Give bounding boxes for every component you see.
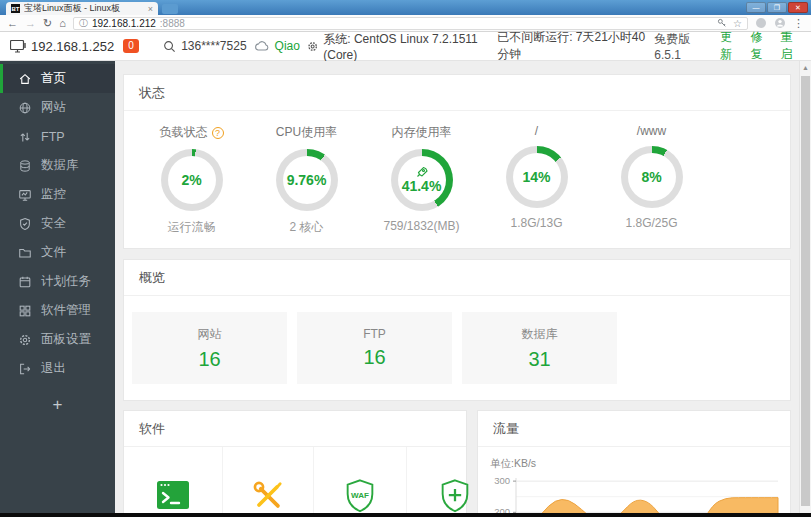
gauge-memory[interactable]: 内存使用率 41.4% 759/1832(MB)	[364, 124, 479, 236]
overview-label: 网站	[198, 326, 222, 343]
system-label: 系统: CentOS Linux 7.2.1511 (Core)	[323, 31, 490, 62]
new-tab-button[interactable]	[162, 4, 178, 14]
tools-icon	[249, 478, 287, 514]
sidebar-label: 监控	[41, 186, 66, 203]
sidebar-item-security[interactable]: 安全	[0, 209, 115, 238]
software-ssh-terminal[interactable]: 宝塔SSH终端1.0	[124, 447, 223, 517]
software-nginx-waf[interactable]: WAF Nginx防火墙2.4	[314, 447, 407, 517]
software-card-title: 软件	[124, 411, 466, 447]
url-input[interactable]: ⓘ 192.168.1.212 :8888 ☆	[73, 17, 748, 30]
page-info-icon[interactable]: ⓘ	[79, 17, 88, 30]
extension-icon[interactable]	[755, 17, 767, 29]
forward-icon[interactable]: →	[25, 18, 36, 29]
overview-ftp[interactable]: FTP 16	[297, 312, 452, 384]
uptime-info: 已不间断运行: 7天21小时40分钟	[497, 29, 647, 63]
sidebar-item-settings[interactable]: 面板设置	[0, 325, 115, 354]
message-count-badge[interactable]: 0	[123, 39, 139, 53]
sidebar-label: 安全	[41, 215, 66, 232]
sidebar-add-button[interactable]: +	[0, 395, 115, 415]
scrollbar-thumb[interactable]	[801, 76, 810, 506]
traffic-card: 流量 单位:KB/s 100200300	[477, 410, 791, 517]
app-grid-icon	[18, 304, 32, 318]
sidebar-item-ftp[interactable]: FTP	[0, 122, 115, 151]
gauge-caption: 759/1832(MB)	[383, 219, 459, 233]
back-icon[interactable]: ←	[7, 18, 18, 29]
sidebar-item-cron[interactable]: 计划任务	[0, 267, 115, 296]
gauge-label: 负载状态	[160, 124, 208, 141]
overview-count: 16	[363, 346, 385, 369]
load-donut: 2%	[161, 149, 223, 211]
gauge-value: 2%	[181, 172, 201, 188]
help-icon[interactable]: ?	[212, 127, 224, 139]
scrollbar-up-icon[interactable]: ▲	[800, 61, 811, 71]
sidebar-item-database[interactable]: 数据库	[0, 151, 115, 180]
key-icon[interactable]	[717, 18, 727, 28]
window-close-button[interactable]: ✕	[788, 2, 808, 13]
window-bottom-edge	[0, 513, 811, 517]
account-phone-label: 136****7525	[181, 39, 246, 53]
sidebar-item-files[interactable]: 文件	[0, 238, 115, 267]
update-link[interactable]: 更新	[720, 29, 740, 63]
screen: BT 宝塔Linux面板 - Linux板 × — ❐ ✕ ← → ↻ ⌂ ⓘ …	[0, 0, 811, 517]
gear-icon	[307, 40, 318, 53]
gauge-cpu[interactable]: CPU使用率 9.76% 2 核心	[249, 124, 364, 236]
svg-text:300: 300	[494, 475, 510, 486]
overview-websites[interactable]: 网站 16	[132, 312, 287, 384]
overview-count: 16	[198, 348, 220, 371]
sidebar-label: 网站	[41, 99, 66, 116]
gauge-value: 9.76%	[287, 172, 327, 188]
cloud-account[interactable]: Qiao	[254, 39, 300, 53]
server-ip-group[interactable]: 192.168.1.252 0	[10, 39, 139, 54]
home-nav-icon	[18, 72, 32, 86]
gauge-value: 14%	[522, 169, 550, 185]
gauge-caption: 1.8G/13G	[510, 216, 562, 230]
status-card: 状态 负载状态? 2% 运行流畅 CPU使用率 9.76% 2 核心 内存使用率	[123, 74, 791, 249]
browser-menu-icon[interactable]: ⋮	[793, 18, 804, 29]
overview-label: 数据库	[522, 326, 558, 343]
sidebar-label: 面板设置	[41, 331, 91, 348]
monitor-nav-icon	[18, 188, 32, 202]
shield-plus-icon	[436, 477, 474, 515]
browser-tab[interactable]: BT 宝塔Linux面板 - Linux板 ×	[6, 2, 158, 15]
cloud-name-label: Qiao	[275, 39, 300, 53]
sidebar-item-websites[interactable]: 网站	[0, 93, 115, 122]
sidebar-label: 软件管理	[41, 302, 91, 319]
gauge-caption: 运行流畅	[168, 219, 216, 236]
sidebar-label: FTP	[41, 130, 65, 144]
rocket-icon[interactable]	[416, 166, 428, 178]
home-icon[interactable]: ⌂	[59, 18, 66, 29]
traffic-card-title: 流量	[478, 411, 790, 447]
url-port: :8888	[160, 18, 185, 29]
sidebar-label: 退出	[41, 360, 66, 377]
tab-close-icon[interactable]: ×	[148, 4, 153, 14]
status-card-title: 状态	[124, 75, 790, 111]
gauge-disk-root[interactable]: / 14% 1.8G/13G	[479, 124, 594, 236]
globe-icon	[18, 101, 32, 115]
restart-link[interactable]: 重启	[781, 29, 801, 63]
overview-label: FTP	[363, 327, 386, 341]
repair-link[interactable]: 修复	[750, 29, 770, 63]
sidebar-item-home[interactable]: 首页	[0, 64, 115, 93]
software-linux-toolbox[interactable]: Linux工具箱1.4	[223, 447, 314, 517]
gauge-value: 41.4%	[402, 178, 442, 194]
sidebar-item-monitor[interactable]: 监控	[0, 180, 115, 209]
profile-icon[interactable]	[774, 17, 786, 29]
refresh-icon[interactable]: ↻	[43, 18, 52, 29]
gauge-label: 内存使用率	[392, 124, 452, 141]
sidebar-item-logout[interactable]: 退出	[0, 354, 115, 383]
traffic-chart: 100200300	[490, 474, 780, 517]
bookmark-star-icon[interactable]: ☆	[733, 18, 742, 29]
page-scrollbar[interactable]: ▲	[799, 61, 811, 517]
gauge-label: /www	[637, 124, 666, 138]
sidebar-item-software[interactable]: 软件管理	[0, 296, 115, 325]
baota-favicon: BT	[11, 4, 20, 13]
gauge-load[interactable]: 负载状态? 2% 运行流畅	[134, 124, 249, 236]
sidebar-label: 首页	[41, 70, 66, 87]
window-maximize-button[interactable]: ❐	[767, 2, 787, 13]
overview-database[interactable]: 数据库 31	[462, 312, 617, 384]
database-icon	[18, 159, 32, 173]
gauge-caption: 1.8G/25G	[625, 216, 677, 230]
window-minimize-button[interactable]: —	[746, 2, 766, 13]
gauge-disk-www[interactable]: /www 8% 1.8G/25G	[594, 124, 709, 236]
account-phone[interactable]: 136****7525	[163, 39, 246, 53]
